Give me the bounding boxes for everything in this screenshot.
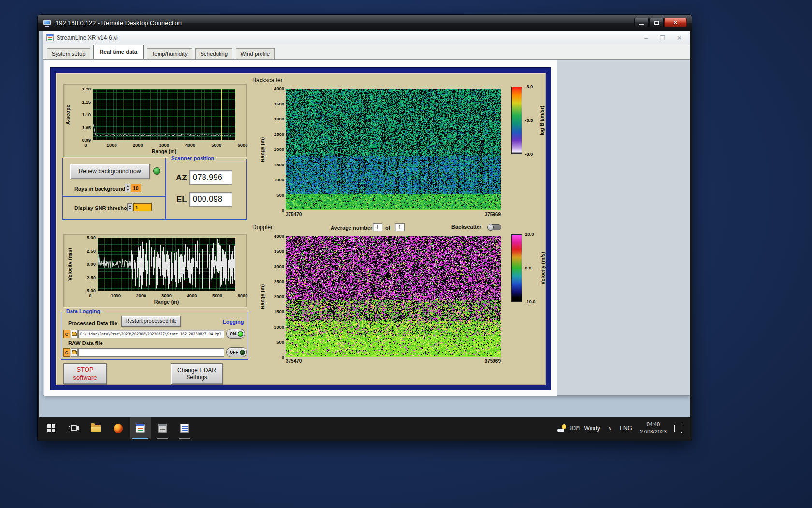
- processed-browse-button[interactable]: [71, 330, 78, 338]
- axis-tick: 5000: [210, 293, 224, 298]
- axis-tick: 3000: [157, 142, 172, 148]
- backscatter-y-ticks: 40003500300025002000150010005000: [266, 89, 284, 210]
- task-view-icon: [69, 425, 79, 431]
- restart-processed-file-button[interactable]: Restart processed file: [121, 316, 181, 327]
- restart-processed-file-label: Restart processed file: [125, 318, 176, 325]
- average-of-label: of: [385, 225, 390, 231]
- raw-browse-button[interactable]: [71, 348, 78, 357]
- change-lidar-settings-button[interactable]: Change LiDAR Settings: [171, 363, 223, 384]
- doppler-x-ticks: 375470 375969: [286, 359, 501, 365]
- raw-data-file-label: RAW Data file: [68, 340, 103, 346]
- app-close-button[interactable]: ✕: [677, 34, 682, 42]
- average-number-field[interactable]: 1: [373, 223, 382, 231]
- axis-tick: 2500: [274, 132, 284, 137]
- control-panel: 1.201.151.101.050.99 A-scope 01000200030…: [56, 73, 546, 385]
- axis-tick: 1500: [274, 162, 284, 167]
- rdp-titlebar[interactable]: 192.168.0.122 - Remote Desktop Connectio…: [38, 15, 692, 31]
- raw-logging-toggle[interactable]: OFF: [226, 347, 247, 357]
- backscatter-x-ticks: 375470 375969: [286, 212, 501, 218]
- backscatter-colorbar: [511, 87, 522, 154]
- minimize-button[interactable]: [634, 18, 649, 27]
- velocity-y-ticks: 5.002.500.00-2.50-5.00: [76, 238, 96, 291]
- processed-drive-button[interactable]: C: [63, 330, 70, 338]
- clock-time: 04:40: [640, 421, 667, 428]
- renew-background-group: Renew background now Rays in background …: [62, 158, 166, 196]
- raw-drive-button[interactable]: C: [63, 348, 70, 357]
- scan-scheduler-button[interactable]: [152, 417, 173, 439]
- tab-scheduling[interactable]: Scheduling: [195, 48, 232, 59]
- notification-center-icon[interactable]: [674, 425, 682, 432]
- tray-chevron-icon[interactable]: ∧: [608, 425, 612, 432]
- raw-path-field[interactable]: [78, 348, 224, 357]
- streamline-app-icon: [136, 424, 145, 433]
- backscatter-x-start: 375470: [286, 212, 302, 217]
- processed-path-field[interactable]: C:\Lidar\Data\Proc\2023\202308\20230827\…: [78, 330, 224, 338]
- average-total-field[interactable]: 1: [395, 223, 405, 231]
- weather-widget[interactable]: 83°F Windy: [557, 424, 600, 432]
- logging-off-led: [240, 350, 245, 355]
- axis-tick: 0.00: [87, 261, 96, 267]
- maximize-button[interactable]: [649, 18, 664, 27]
- file-explorer-icon: [91, 425, 101, 432]
- desktop: { "rdp": { "title": "192.168.0.122 - Rem…: [0, 0, 812, 508]
- axis-tick: 1500: [274, 309, 284, 314]
- start-button[interactable]: [41, 417, 62, 439]
- tab-temp-humidity[interactable]: Temp/humidity: [147, 48, 192, 59]
- backscatter-section-title: Backscatter: [252, 77, 283, 84]
- axis-tick: 1.05: [82, 125, 91, 130]
- file-explorer-button[interactable]: [85, 417, 106, 439]
- task-view-button[interactable]: [63, 417, 84, 439]
- close-button[interactable]: ✕: [664, 18, 687, 27]
- app-content: 1.201.151.101.050.99 A-scope 01000200030…: [43, 60, 690, 395]
- remote-desktop-icon: [44, 20, 52, 27]
- el-display: 000.098: [189, 192, 232, 207]
- tab-real-time-data[interactable]: Real time data: [93, 45, 144, 59]
- spinner-up-icon: [129, 205, 131, 207]
- stop-software-button[interactable]: STOP software: [63, 363, 107, 384]
- notes-app-button[interactable]: [174, 417, 195, 439]
- taskbar-clock[interactable]: 04:40 27/08/2023: [640, 421, 667, 435]
- axis-tick: 5.00: [87, 235, 96, 240]
- data-logging-group: Data Logging Processed Data file Restart…: [61, 312, 248, 360]
- tab-wind-profile[interactable]: Wind profile: [236, 48, 275, 59]
- doppler-x-end: 375969: [485, 359, 501, 364]
- renew-background-button[interactable]: Renew background now: [70, 164, 150, 179]
- app-titlebar[interactable]: StreamLine XR v14-6.vi – ❐ ✕: [43, 31, 690, 44]
- az-label: AZ: [176, 173, 187, 183]
- axis-tick: 2000: [130, 142, 145, 148]
- weather-icon: [557, 424, 567, 432]
- stop-button-line1: STOP: [76, 366, 93, 374]
- axis-tick: 2000: [134, 293, 148, 298]
- rays-value-field[interactable]: 10: [131, 184, 141, 192]
- axis-tick: 6000: [235, 142, 250, 148]
- rays-spinner[interactable]: [125, 184, 130, 192]
- firefox-button[interactable]: [107, 417, 129, 439]
- axis-tick: 4000: [274, 86, 284, 91]
- backscatter-colorbar-label: log B (/m/sr): [538, 87, 545, 154]
- average-number-label: Average number: [331, 225, 372, 231]
- streamline-app-button[interactable]: [130, 417, 151, 439]
- tab-strip: System setup Real time data Temp/humidit…: [43, 44, 690, 60]
- spinner-up-icon: [126, 185, 129, 187]
- velocity-x-axis-label: Range (m): [98, 299, 235, 305]
- app-maximize-button[interactable]: ❐: [659, 34, 665, 42]
- axis-tick: 5000: [209, 142, 224, 148]
- clock-date: 27/08/2023: [640, 428, 667, 435]
- axis-tick: -8.0: [525, 151, 533, 157]
- processed-logging-toggle[interactable]: ON: [226, 329, 245, 339]
- snr-spinner[interactable]: [127, 203, 132, 211]
- doppler-colorbar-label: Velocity (m/s): [539, 234, 546, 302]
- ascope-x-axis-label: Range (m): [93, 149, 235, 154]
- snr-value-field[interactable]: 1: [133, 203, 152, 211]
- axis-tick: 6000: [235, 293, 250, 298]
- toggle-knob-icon: [487, 224, 494, 231]
- axis-tick: 3000: [274, 116, 284, 121]
- app-minimize-button[interactable]: –: [644, 34, 648, 42]
- backscatter-toggle[interactable]: [488, 224, 501, 230]
- velocity-x-ticks: 0100020003000400050006000: [90, 293, 243, 299]
- tab-system-setup[interactable]: System setup: [47, 48, 90, 59]
- language-indicator[interactable]: ENG: [620, 425, 632, 432]
- renew-background-button-label: Renew background now: [79, 168, 141, 175]
- axis-tick: 3000: [160, 293, 174, 298]
- doppler-y-ticks: 40003500300025002000150010005000: [266, 236, 284, 357]
